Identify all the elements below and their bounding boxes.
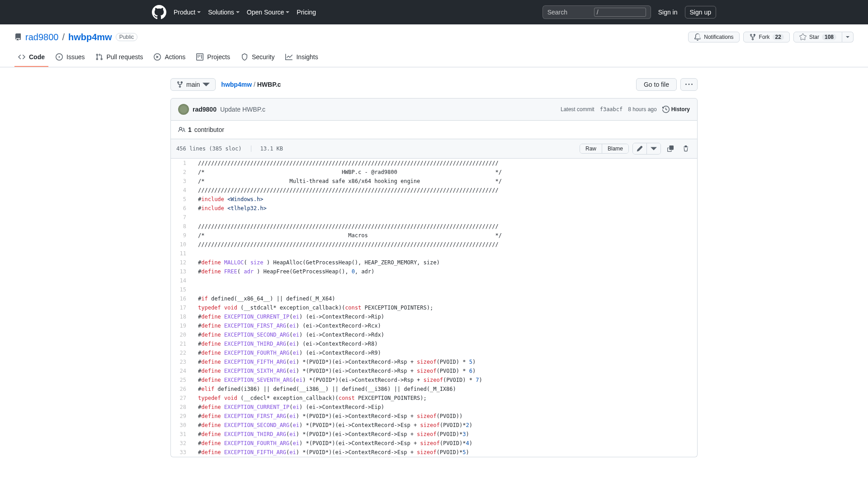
line-content[interactable]: /* HWBP.c - @rad9800 */ xyxy=(193,168,697,177)
line-number[interactable]: 33 xyxy=(171,448,193,457)
line-number[interactable]: 24 xyxy=(171,366,193,375)
line-number[interactable]: 6 xyxy=(171,204,193,213)
tab-pull-requests[interactable]: Pull requests xyxy=(92,50,146,67)
line-content[interactable]: #define MALLOC( size ) HeapAlloc(GetProc… xyxy=(193,258,697,267)
line-content[interactable]: #if defined(__x86_64__) || defined(_M_X6… xyxy=(193,294,697,303)
nav-open-source[interactable]: Open Source xyxy=(247,9,290,16)
line-content[interactable]: #define EXCEPTION_THIRD_ARG(ei) *(PVOID*… xyxy=(193,430,697,439)
line-content[interactable]: #define EXCEPTION_FIFTH_ARG(ei) *(PVOID*… xyxy=(193,357,697,366)
repo-name-link[interactable]: hwbp4mw xyxy=(68,32,112,42)
line-number[interactable]: 23 xyxy=(171,357,193,366)
tab-code[interactable]: Code xyxy=(14,50,48,67)
line-number[interactable]: 10 xyxy=(171,240,193,249)
blame-button[interactable]: Blame xyxy=(602,144,628,153)
commit-sha-link[interactable]: f3aabcf xyxy=(600,106,623,113)
line-content[interactable]: #define EXCEPTION_FIFTH_ARG(ei) *(PVOID*… xyxy=(193,448,697,457)
line-content[interactable]: #define EXCEPTION_FIRST_ARG(ei) (ei->Con… xyxy=(193,321,697,330)
line-content[interactable]: #define EXCEPTION_SEVENTH_ARG(ei) *(PVOI… xyxy=(193,375,697,385)
signup-button[interactable]: Sign up xyxy=(685,6,716,19)
line-content[interactable]: ////////////////////////////////////////… xyxy=(193,159,697,168)
line-number[interactable]: 2 xyxy=(171,168,193,177)
nav-solutions[interactable]: Solutions xyxy=(208,9,240,16)
star-button[interactable]: Star 108 xyxy=(793,32,842,42)
delete-button[interactable] xyxy=(680,143,692,154)
line-content[interactable]: #include <Windows.h> xyxy=(193,195,697,204)
commit-author-link[interactable]: rad9800 xyxy=(193,106,217,113)
breadcrumb-repo-link[interactable]: hwbp4mw xyxy=(221,81,252,88)
line-number[interactable]: 5 xyxy=(171,195,193,204)
line-content[interactable]: ////////////////////////////////////////… xyxy=(193,240,697,249)
line-number[interactable]: 20 xyxy=(171,330,193,339)
more-options-button[interactable] xyxy=(680,78,698,91)
line-content[interactable]: /* Macros */ xyxy=(193,231,697,240)
commit-message-link[interactable]: Update HWBP.c xyxy=(220,106,265,113)
nav-pricing[interactable]: Pricing xyxy=(297,9,316,16)
line-content[interactable]: #elif defined(i386) || defined(__i386__)… xyxy=(193,385,697,394)
tab-security[interactable]: Security xyxy=(237,50,278,67)
notifications-button[interactable]: Notifications xyxy=(688,32,739,42)
line-content[interactable]: #define EXCEPTION_FOURTH_ARG(ei) (ei->Co… xyxy=(193,348,697,357)
line-content[interactable]: ////////////////////////////////////////… xyxy=(193,222,697,231)
line-number[interactable]: 18 xyxy=(171,312,193,321)
line-number[interactable]: 26 xyxy=(171,385,193,394)
line-number[interactable]: 14 xyxy=(171,276,193,285)
search-input[interactable]: Search / xyxy=(542,5,651,19)
line-content[interactable]: ////////////////////////////////////////… xyxy=(193,186,697,195)
line-number[interactable]: 3 xyxy=(171,177,193,186)
edit-button[interactable] xyxy=(633,143,647,154)
line-content[interactable]: typedef void (__stdcall* exception_callb… xyxy=(193,303,697,312)
nav-product[interactable]: Product xyxy=(174,9,201,16)
line-content[interactable]: #define EXCEPTION_SECOND_ARG(ei) (ei->Co… xyxy=(193,330,697,339)
author-avatar[interactable] xyxy=(178,104,189,115)
line-content[interactable]: #define EXCEPTION_THIRD_ARG(ei) (ei->Con… xyxy=(193,339,697,348)
fork-button[interactable]: Fork 22 xyxy=(743,32,790,42)
tab-insights[interactable]: Insights xyxy=(282,50,321,67)
line-number[interactable]: 4 xyxy=(171,186,193,195)
github-logo-icon[interactable] xyxy=(152,5,166,19)
line-number[interactable]: 22 xyxy=(171,348,193,357)
line-content[interactable] xyxy=(193,249,697,258)
line-number[interactable]: 17 xyxy=(171,303,193,312)
line-content[interactable]: #define EXCEPTION_SECOND_ARG(ei) *(PVOID… xyxy=(193,421,697,430)
line-number[interactable]: 28 xyxy=(171,403,193,412)
tab-issues[interactable]: Issues xyxy=(52,50,88,67)
line-number[interactable]: 9 xyxy=(171,231,193,240)
repo-owner-link[interactable]: rad9800 xyxy=(25,32,58,42)
line-number[interactable]: 12 xyxy=(171,258,193,267)
line-content[interactable] xyxy=(193,213,697,222)
line-number[interactable]: 8 xyxy=(171,222,193,231)
line-number[interactable]: 15 xyxy=(171,285,193,294)
tab-projects[interactable]: Projects xyxy=(193,50,234,67)
line-number[interactable]: 29 xyxy=(171,412,193,421)
line-number[interactable]: 13 xyxy=(171,267,193,276)
line-number[interactable]: 11 xyxy=(171,249,193,258)
line-number[interactable]: 25 xyxy=(171,375,193,385)
line-content[interactable] xyxy=(193,285,697,294)
line-number[interactable]: 16 xyxy=(171,294,193,303)
line-content[interactable]: #define EXCEPTION_CURRENT_IP(ei) (ei->Co… xyxy=(193,403,697,412)
line-content[interactable]: /* Multi-thread safe x86/x64 hooking eng… xyxy=(193,177,697,186)
branch-selector[interactable]: main xyxy=(170,78,216,91)
line-number[interactable]: 7 xyxy=(171,213,193,222)
line-number[interactable]: 21 xyxy=(171,339,193,348)
goto-file-button[interactable]: Go to file xyxy=(636,78,677,91)
line-content[interactable]: #define EXCEPTION_FOURTH_ARG(ei) *(PVOID… xyxy=(193,439,697,448)
raw-button[interactable]: Raw xyxy=(580,144,602,153)
line-content[interactable]: #define EXCEPTION_SIXTH_ARG(ei) *(PVOID*… xyxy=(193,366,697,375)
line-number[interactable]: 30 xyxy=(171,421,193,430)
star-dropdown[interactable] xyxy=(842,32,854,42)
line-content[interactable]: typedef void (__cdecl* exception_callbac… xyxy=(193,394,697,403)
line-number[interactable]: 1 xyxy=(171,159,193,168)
line-number[interactable]: 27 xyxy=(171,394,193,403)
line-number[interactable]: 19 xyxy=(171,321,193,330)
edit-dropdown[interactable] xyxy=(647,143,660,154)
line-content[interactable]: #define EXCEPTION_FIRST_ARG(ei) *(PVOID*… xyxy=(193,412,697,421)
line-content[interactable]: #define FREE( adr ) HeapFree(GetProcessH… xyxy=(193,267,697,276)
tab-actions[interactable]: Actions xyxy=(150,50,189,67)
signin-link[interactable]: Sign in xyxy=(658,9,678,16)
line-number[interactable]: 32 xyxy=(171,439,193,448)
line-content[interactable]: #include <tlhelp32.h> xyxy=(193,204,697,213)
line-content[interactable]: #define EXCEPTION_CURRENT_IP(ei) (ei->Co… xyxy=(193,312,697,321)
history-link[interactable]: History xyxy=(662,106,690,113)
line-content[interactable] xyxy=(193,276,697,285)
